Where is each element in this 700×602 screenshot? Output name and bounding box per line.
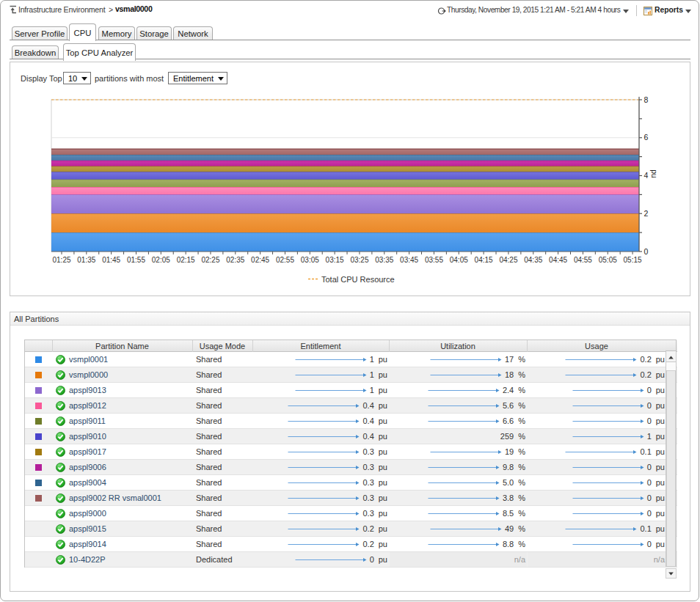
svg-text:03:45: 03:45 xyxy=(400,256,418,264)
svg-text:04:45: 04:45 xyxy=(549,256,567,264)
svg-text:04:25: 04:25 xyxy=(499,256,517,264)
svg-text:03:55: 03:55 xyxy=(425,256,443,264)
svg-text:04:55: 04:55 xyxy=(574,256,592,264)
svg-text:05:15: 05:15 xyxy=(624,256,642,264)
svg-text:02:55: 02:55 xyxy=(276,256,294,264)
svg-text:02:15: 02:15 xyxy=(177,256,195,264)
svg-text:02:25: 02:25 xyxy=(201,256,219,264)
svg-text:04:15: 04:15 xyxy=(475,256,493,264)
svg-text:03:05: 03:05 xyxy=(301,256,319,264)
svg-text:04:35: 04:35 xyxy=(524,256,542,264)
svg-text:02:45: 02:45 xyxy=(251,256,269,264)
svg-text:05:05: 05:05 xyxy=(599,256,617,264)
svg-text:0: 0 xyxy=(644,247,649,256)
svg-text:01:55: 01:55 xyxy=(127,256,145,264)
svg-text:02:35: 02:35 xyxy=(226,256,244,264)
svg-text:8: 8 xyxy=(644,95,649,104)
svg-text:4: 4 xyxy=(644,171,649,180)
svg-text:01:25: 01:25 xyxy=(52,256,70,264)
svg-text:02:05: 02:05 xyxy=(152,256,170,264)
svg-text:pu: pu xyxy=(650,169,659,178)
svg-text:01:45: 01:45 xyxy=(102,256,120,264)
svg-text:03:15: 03:15 xyxy=(326,256,344,264)
svg-text:6: 6 xyxy=(644,133,649,142)
svg-text:01:35: 01:35 xyxy=(77,256,95,264)
svg-text:03:35: 03:35 xyxy=(375,256,393,264)
svg-text:03:25: 03:25 xyxy=(350,256,368,264)
svg-text:04:05: 04:05 xyxy=(450,256,468,264)
svg-text:2: 2 xyxy=(644,209,649,218)
svg-text:Total CPU Resource: Total CPU Resource xyxy=(321,275,395,284)
